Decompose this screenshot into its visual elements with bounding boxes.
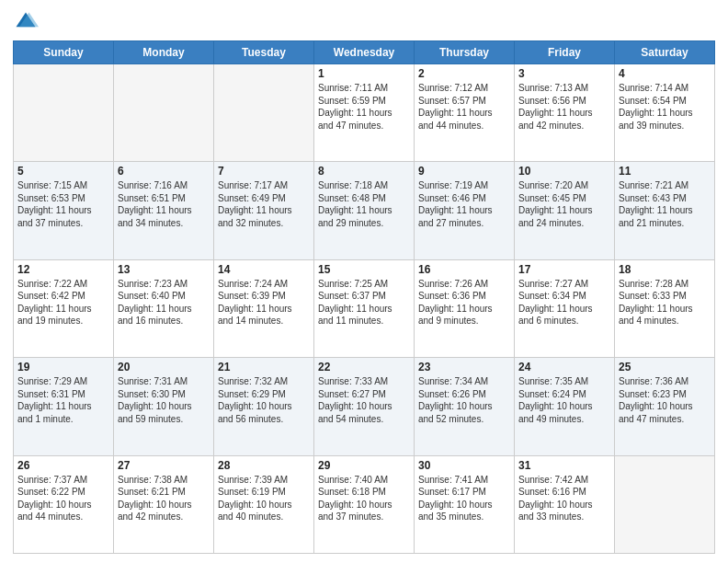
logo-icon (13, 9, 39, 35)
day-number: 12 (17, 263, 109, 276)
day-info: Sunrise: 7:21 AM Sunset: 6:43 PM Dayligh… (619, 179, 711, 229)
calendar-week-row: 1Sunrise: 7:11 AM Sunset: 6:59 PM Daylig… (14, 64, 715, 162)
day-number: 9 (418, 165, 510, 178)
day-number: 16 (418, 263, 510, 276)
calendar-day-cell (214, 64, 314, 162)
day-number: 17 (518, 263, 610, 276)
day-info: Sunrise: 7:35 AM Sunset: 6:24 PM Dayligh… (518, 375, 610, 425)
calendar-day-cell: 25Sunrise: 7:36 AM Sunset: 6:23 PM Dayli… (615, 358, 715, 455)
calendar-day-cell: 27Sunrise: 7:38 AM Sunset: 6:21 PM Dayli… (114, 455, 214, 553)
day-info: Sunrise: 7:18 AM Sunset: 6:48 PM Dayligh… (318, 179, 410, 229)
calendar-day-cell: 21Sunrise: 7:32 AM Sunset: 6:29 PM Dayli… (214, 358, 314, 455)
day-info: Sunrise: 7:31 AM Sunset: 6:30 PM Dayligh… (118, 375, 210, 425)
day-info: Sunrise: 7:24 AM Sunset: 6:39 PM Dayligh… (218, 278, 310, 327)
day-info: Sunrise: 7:16 AM Sunset: 6:51 PM Dayligh… (118, 179, 210, 229)
calendar-day-cell: 17Sunrise: 7:27 AM Sunset: 6:34 PM Dayli… (515, 259, 615, 357)
calendar-day-header: Monday (114, 41, 214, 64)
calendar-header-row: SundayMondayTuesdayWednesdayThursdayFrid… (14, 41, 715, 64)
day-number: 8 (318, 165, 410, 178)
day-info: Sunrise: 7:36 AM Sunset: 6:23 PM Dayligh… (619, 375, 711, 425)
calendar-day-cell: 26Sunrise: 7:37 AM Sunset: 6:22 PM Dayli… (14, 455, 114, 553)
day-number: 1 (318, 67, 410, 80)
calendar-day-cell (615, 455, 715, 553)
calendar-day-cell: 3Sunrise: 7:13 AM Sunset: 6:56 PM Daylig… (515, 64, 615, 162)
calendar-day-cell: 15Sunrise: 7:25 AM Sunset: 6:37 PM Dayli… (314, 259, 415, 357)
calendar-day-cell: 13Sunrise: 7:23 AM Sunset: 6:40 PM Dayli… (114, 259, 214, 357)
calendar-day-header: Saturday (615, 41, 715, 64)
calendar-day-cell: 28Sunrise: 7:39 AM Sunset: 6:19 PM Dayli… (214, 455, 314, 553)
calendar-day-cell: 10Sunrise: 7:20 AM Sunset: 6:45 PM Dayli… (515, 162, 615, 259)
day-info: Sunrise: 7:13 AM Sunset: 6:56 PM Dayligh… (518, 82, 610, 132)
day-info: Sunrise: 7:41 AM Sunset: 6:17 PM Dayligh… (418, 474, 510, 523)
day-number: 6 (118, 165, 210, 178)
calendar-day-cell: 1Sunrise: 7:11 AM Sunset: 6:59 PM Daylig… (314, 64, 415, 162)
day-number: 22 (318, 361, 410, 373)
day-info: Sunrise: 7:14 AM Sunset: 6:54 PM Dayligh… (619, 82, 711, 132)
calendar-day-cell: 30Sunrise: 7:41 AM Sunset: 6:17 PM Dayli… (415, 455, 515, 553)
calendar-day-cell: 31Sunrise: 7:42 AM Sunset: 6:16 PM Dayli… (515, 455, 615, 553)
day-number: 4 (619, 67, 711, 80)
day-info: Sunrise: 7:22 AM Sunset: 6:42 PM Dayligh… (17, 278, 109, 327)
calendar-day-cell: 7Sunrise: 7:17 AM Sunset: 6:49 PM Daylig… (214, 162, 314, 259)
day-info: Sunrise: 7:33 AM Sunset: 6:27 PM Dayligh… (318, 375, 410, 425)
calendar-week-row: 5Sunrise: 7:15 AM Sunset: 6:53 PM Daylig… (14, 162, 715, 259)
day-number: 18 (619, 263, 711, 276)
day-number: 11 (619, 165, 711, 178)
day-info: Sunrise: 7:39 AM Sunset: 6:19 PM Dayligh… (218, 474, 310, 523)
day-number: 31 (518, 459, 610, 472)
day-number: 15 (318, 263, 410, 276)
calendar-day-cell: 12Sunrise: 7:22 AM Sunset: 6:42 PM Dayli… (14, 259, 114, 357)
day-number: 19 (17, 361, 109, 373)
day-info: Sunrise: 7:28 AM Sunset: 6:33 PM Dayligh… (619, 278, 711, 327)
calendar-day-cell: 11Sunrise: 7:21 AM Sunset: 6:43 PM Dayli… (615, 162, 715, 259)
day-number: 13 (118, 263, 210, 276)
day-number: 7 (218, 165, 310, 178)
calendar-day-cell: 20Sunrise: 7:31 AM Sunset: 6:30 PM Dayli… (114, 358, 214, 455)
day-info: Sunrise: 7:20 AM Sunset: 6:45 PM Dayligh… (518, 179, 610, 229)
calendar-day-cell: 19Sunrise: 7:29 AM Sunset: 6:31 PM Dayli… (14, 358, 114, 455)
logo (13, 9, 42, 35)
day-number: 20 (118, 361, 210, 373)
day-info: Sunrise: 7:34 AM Sunset: 6:26 PM Dayligh… (418, 375, 510, 425)
page: SundayMondayTuesdayWednesdayThursdayFrid… (0, 0, 728, 563)
calendar-day-cell: 29Sunrise: 7:40 AM Sunset: 6:18 PM Dayli… (314, 455, 415, 553)
day-info: Sunrise: 7:37 AM Sunset: 6:22 PM Dayligh… (17, 474, 109, 523)
day-number: 28 (218, 459, 310, 472)
calendar-day-cell: 22Sunrise: 7:33 AM Sunset: 6:27 PM Dayli… (314, 358, 415, 455)
day-info: Sunrise: 7:26 AM Sunset: 6:36 PM Dayligh… (418, 278, 510, 327)
day-info: Sunrise: 7:27 AM Sunset: 6:34 PM Dayligh… (518, 278, 610, 327)
day-info: Sunrise: 7:29 AM Sunset: 6:31 PM Dayligh… (17, 375, 109, 425)
day-number: 21 (218, 361, 310, 373)
calendar-day-header: Sunday (14, 41, 114, 64)
day-info: Sunrise: 7:12 AM Sunset: 6:57 PM Dayligh… (418, 82, 510, 132)
day-info: Sunrise: 7:23 AM Sunset: 6:40 PM Dayligh… (118, 278, 210, 327)
day-number: 25 (619, 361, 711, 373)
calendar-day-cell: 24Sunrise: 7:35 AM Sunset: 6:24 PM Dayli… (515, 358, 615, 455)
day-number: 29 (318, 459, 410, 472)
calendar-day-cell: 16Sunrise: 7:26 AM Sunset: 6:36 PM Dayli… (415, 259, 515, 357)
day-info: Sunrise: 7:32 AM Sunset: 6:29 PM Dayligh… (218, 375, 310, 425)
day-info: Sunrise: 7:38 AM Sunset: 6:21 PM Dayligh… (118, 474, 210, 523)
day-info: Sunrise: 7:17 AM Sunset: 6:49 PM Dayligh… (218, 179, 310, 229)
calendar-day-cell: 9Sunrise: 7:19 AM Sunset: 6:46 PM Daylig… (415, 162, 515, 259)
day-info: Sunrise: 7:19 AM Sunset: 6:46 PM Dayligh… (418, 179, 510, 229)
day-number: 26 (17, 459, 109, 472)
calendar-day-cell (14, 64, 114, 162)
day-info: Sunrise: 7:40 AM Sunset: 6:18 PM Dayligh… (318, 474, 410, 523)
day-info: Sunrise: 7:11 AM Sunset: 6:59 PM Dayligh… (318, 82, 410, 132)
day-info: Sunrise: 7:42 AM Sunset: 6:16 PM Dayligh… (518, 474, 610, 523)
header (13, 9, 715, 35)
calendar-table: SundayMondayTuesdayWednesdayThursdayFrid… (13, 40, 715, 554)
calendar-week-row: 12Sunrise: 7:22 AM Sunset: 6:42 PM Dayli… (14, 259, 715, 357)
calendar-day-header: Wednesday (314, 41, 415, 64)
day-number: 30 (418, 459, 510, 472)
calendar-day-cell (114, 64, 214, 162)
day-number: 5 (17, 165, 109, 178)
calendar-day-cell: 23Sunrise: 7:34 AM Sunset: 6:26 PM Dayli… (415, 358, 515, 455)
calendar-day-cell: 8Sunrise: 7:18 AM Sunset: 6:48 PM Daylig… (314, 162, 415, 259)
calendar-day-cell: 18Sunrise: 7:28 AM Sunset: 6:33 PM Dayli… (615, 259, 715, 357)
calendar-day-header: Tuesday (214, 41, 314, 64)
day-number: 2 (418, 67, 510, 80)
day-number: 27 (118, 459, 210, 472)
calendar-day-cell: 14Sunrise: 7:24 AM Sunset: 6:39 PM Dayli… (214, 259, 314, 357)
